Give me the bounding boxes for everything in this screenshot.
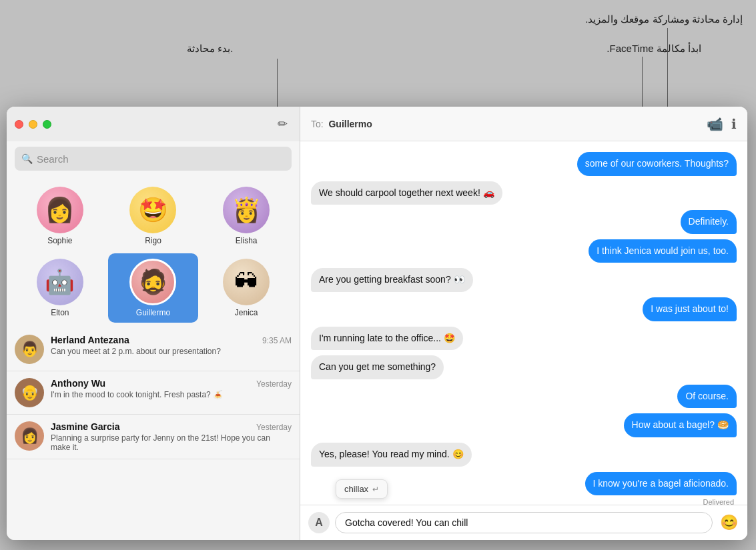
conv-name-herland: Herland Antezana — [51, 335, 129, 345]
chat-actions: 📹 ℹ — [707, 116, 737, 132]
message-bubble-m4: I think Jenica would join us, too. — [589, 239, 737, 263]
message-row-m8: Can you get me something? — [311, 355, 737, 379]
conv-avatar-herland: 👨 — [15, 335, 44, 364]
conversation-item-jasmine[interactable]: 👩Jasmine GarciaYesterdayPlanning a surpr… — [7, 415, 300, 459]
info-button[interactable]: ℹ — [731, 116, 737, 132]
conversation-list: 👨Herland Antezana9:35 AMCan you meet at … — [7, 328, 300, 540]
app-window: ✏ 🔍 Search 👩Sophie🤩Rigo👸Elisha🤖Elton🧔Gui… — [7, 107, 747, 540]
conv-content-herland: Herland Antezana9:35 AMCan you meet at 2… — [51, 335, 292, 356]
message-input[interactable] — [335, 512, 713, 533]
pinned-contact-rigo[interactable]: 🤩Rigo — [108, 181, 199, 251]
annotation-manage: إدارة محادثة ومشاركة موقعك والمزيد. — [585, 12, 743, 26]
avatar-sophie: 👩 — [37, 187, 83, 233]
message-row-m3: Definitely. — [311, 210, 737, 234]
contact-name-jenica: Jenica — [235, 308, 258, 317]
conversation-item-herland[interactable]: 👨Herland Antezana9:35 AMCan you meet at … — [7, 328, 300, 371]
message-row-m4: I think Jenica would join us, too. — [311, 239, 737, 263]
message-bubble-m1: some of our coworkers. Thoughts? — [577, 152, 737, 176]
chat-recipient-label: To: Guillermo — [311, 119, 372, 129]
annotation-newchat-line — [277, 59, 278, 109]
message-bubble-m10: How about a bagel? 🥯 — [624, 413, 737, 437]
contact-name-sophie: Sophie — [47, 236, 72, 245]
message-row-m9: Of course. — [311, 385, 737, 409]
conv-preview-jasmine: Planning a surprise party for Jenny on t… — [51, 433, 292, 452]
annotation-manage-line — [667, 28, 668, 108]
message-row-m5: Are you getting breakfast soon? 👀 — [311, 268, 737, 292]
avatar-rigo: 🤩 — [129, 187, 176, 233]
avatar-elisha: 👸 — [223, 187, 270, 233]
message-row-m1: some of our coworkers. Thoughts? — [311, 152, 737, 176]
conv-name-jasmine: Jasmine Garcia — [51, 421, 120, 432]
pinned-contact-guillermo[interactable]: 🧔Guillermo — [108, 253, 199, 323]
conv-content-jasmine: Jasmine GarciaYesterdayPlanning a surpri… — [51, 421, 292, 452]
autocomplete-arrow: ↵ — [372, 485, 379, 494]
facetime-video-button[interactable]: 📹 — [707, 116, 723, 132]
close-button[interactable] — [15, 120, 23, 129]
delivered-label: Delivered — [311, 498, 737, 505]
autocomplete-popup[interactable]: chillax ↵ — [336, 479, 388, 499]
conv-content-anthony: Anthony WuYesterdayI'm in the mood to co… — [51, 378, 292, 399]
compose-button[interactable]: ✏ — [273, 115, 292, 133]
message-bubble-m11: Yes, please! You read my mind. 😊 — [311, 443, 472, 467]
message-row-m10: How about a bagel? 🥯 — [311, 413, 737, 437]
traffic-lights — [15, 120, 51, 129]
input-area: A 😊 chillax ↵ — [300, 505, 747, 540]
search-placeholder: Search — [37, 153, 69, 165]
minimize-button[interactable] — [29, 120, 37, 129]
chat-area: To: Guillermo 📹 ℹ some of our coworkers.… — [300, 107, 747, 540]
message-bubble-m12: I know you're a bagel aficionado. — [585, 472, 737, 496]
annotation-area: إدارة محادثة ومشاركة موقعك والمزيد. ابدأ… — [0, 0, 756, 550]
message-bubble-m3: Definitely. — [681, 210, 737, 234]
pinned-contacts-grid: 👩Sophie🤩Rigo👸Elisha🤖Elton🧔Guillermo🕶Jeni… — [7, 176, 300, 328]
message-bubble-m6: I was just about to! — [643, 297, 737, 321]
sidebar: ✏ 🔍 Search 👩Sophie🤩Rigo👸Elisha🤖Elton🧔Gui… — [7, 107, 300, 540]
message-bubble-m5: Are you getting breakfast soon? 👀 — [311, 268, 473, 292]
conv-preview-herland: Can you meet at 2 p.m. about our present… — [51, 347, 292, 356]
pinned-contact-elton[interactable]: 🤖Elton — [15, 253, 105, 323]
conv-avatar-jasmine: 👩 — [15, 421, 44, 451]
app-store-button[interactable]: A — [308, 512, 330, 533]
conv-time-jasmine: Yesterday — [256, 423, 292, 432]
sidebar-titlebar: ✏ — [7, 107, 300, 141]
avatar-jenica: 🕶 — [223, 259, 270, 305]
pinned-contact-sophie[interactable]: 👩Sophie — [15, 181, 105, 251]
chat-titlebar: To: Guillermo 📹 ℹ — [300, 107, 747, 141]
contact-name-elisha: Elisha — [236, 236, 258, 245]
pinned-contact-elisha[interactable]: 👸Elisha — [201, 181, 292, 251]
conv-avatar-anthony: 👴 — [15, 378, 44, 407]
message-bubble-m2: We should carpool together next week! 🚗 — [311, 181, 502, 205]
annotation-facetime: ابدأ مكالمة FaceTime. — [607, 41, 701, 55]
contact-name-guillermo: Guillermo — [136, 308, 170, 317]
message-bubble-m7: I'm running late to the office... 🤩 — [311, 327, 463, 351]
contact-name-rigo: Rigo — [145, 236, 161, 245]
avatar-elton: 🤖 — [37, 259, 83, 305]
pinned-contact-jenica[interactable]: 🕶Jenica — [201, 253, 292, 323]
conversation-item-anthony[interactable]: 👴Anthony WuYesterdayI'm in the mood to c… — [7, 371, 300, 415]
message-bubble-m8: Can you get me something? — [311, 355, 444, 379]
conv-name-anthony: Anthony Wu — [51, 378, 105, 389]
message-row-m6: I was just about to! — [311, 297, 737, 321]
emoji-button[interactable]: 😊 — [718, 512, 739, 533]
annotation-new-chat: بدء محادثة. — [187, 41, 233, 55]
annotation-facetime-line — [642, 57, 643, 110]
search-bar[interactable]: 🔍 Search — [15, 147, 292, 171]
to-label: To: — [311, 119, 324, 129]
conv-preview-anthony: I'm in the mood to cook tonight. Fresh p… — [51, 390, 292, 399]
conv-time-anthony: Yesterday — [256, 379, 292, 389]
messages-container: some of our coworkers. Thoughts?We shoul… — [300, 141, 747, 505]
message-bubble-m9: Of course. — [677, 385, 737, 409]
message-row-m11: Yes, please! You read my mind. 😊 — [311, 443, 737, 467]
fullscreen-button[interactable] — [43, 120, 51, 129]
recipient-name: Guillermo — [328, 119, 372, 129]
avatar-guillermo: 🧔 — [129, 259, 176, 305]
autocomplete-word: chillax — [344, 484, 368, 494]
search-icon: 🔍 — [21, 153, 33, 164]
message-row-m7: I'm running late to the office... 🤩 — [311, 327, 737, 351]
message-row-m2: We should carpool together next week! 🚗 — [311, 181, 737, 205]
conv-time-herland: 9:35 AM — [262, 336, 292, 345]
contact-name-elton: Elton — [51, 308, 69, 317]
